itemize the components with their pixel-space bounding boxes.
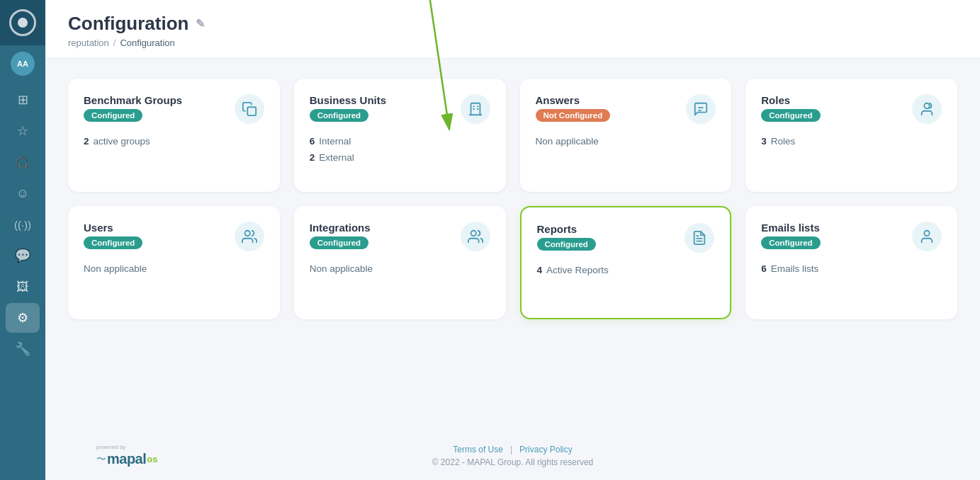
card-info: 4Active Reports [537,263,715,279]
svg-rect-2 [247,107,256,115]
page-footer: Terms of Use | Privacy Policy © 2022 - M… [45,432,980,480]
sidebar-item-wifi[interactable]: ((·)) [6,210,40,239]
cards-grid: Benchmark Groups Configured 2active grou… [68,79,957,319]
sidebar-item-chat[interactable]: 💬 [6,241,40,270]
chat-icon: 💬 [15,248,30,263]
card-reports[interactable]: Reports Configured 4Active Reports [520,206,732,319]
svg-point-7 [471,231,475,236]
status-badge: Configured [761,109,820,122]
card-icon [461,94,490,124]
card-icon [235,222,264,251]
mapal-brand: mapal [107,451,146,467]
svg-point-5 [924,103,929,108]
card-title: Business Units [310,94,386,106]
wifi-icon: ((·)) [14,219,31,231]
card-users[interactable]: Users Configured Non applicable [68,206,280,319]
card-emails-lists[interactable]: Emails lists Configured 6Emails lists [745,206,957,319]
page-title: Configuration [68,13,188,35]
breadcrumb: reputation / Configuration [68,38,957,48]
card-roles[interactable]: Roles Configured 3Roles [745,79,957,192]
status-badge: Configured [84,236,142,249]
card-integrations[interactable]: Integrations Configured Non applicable [294,206,506,319]
card-info: 3Roles [761,134,942,150]
status-badge: Configured [310,109,368,122]
card-answers[interactable]: Answers Not Configured Non applicable [520,79,732,192]
card-header: Integrations Configured [310,222,490,251]
card-info: 2active groups [84,134,264,150]
edit-icon[interactable]: ✎ [196,17,205,30]
avatar-initials: AA [11,52,35,76]
terms-link[interactable]: Terms of Use [453,445,503,455]
card-icon [686,94,716,124]
svg-point-6 [244,231,249,236]
card-icon [912,222,942,251]
card-title: Integrations [310,222,371,234]
page-header: Configuration ✎ reputation / Configurati… [45,0,980,59]
mapal-os: os [147,454,157,464]
app-logo[interactable] [0,0,45,45]
card-title: Benchmark Groups [84,94,182,106]
card-info: 6Internal 2External [310,134,490,166]
page-title-row: Configuration ✎ [68,13,957,35]
star-icon: ☆ [17,123,28,139]
status-badge: Configured [537,238,596,251]
card-icon [685,223,714,253]
card-title: Emails lists [761,222,820,234]
card-header: Business Units Configured [310,94,490,124]
mapal-logo: powered by 〜 mapal os [96,444,157,467]
svg-point-11 [924,231,929,236]
sidebar-item-tools[interactable]: 🔧 [6,334,40,364]
card-title: Answers [536,94,611,106]
status-badge: Configured [310,236,368,249]
powered-by-text: powered by [96,444,157,450]
card-header: Benchmark Groups Configured [84,94,264,124]
card-title: Reports [537,223,596,235]
cards-area: Benchmark Groups Configured 2active grou… [45,59,980,339]
card-info: Non applicable [310,261,490,278]
copyright-text: © 2022 - MAPAL Group. All rights reserve… [58,457,967,467]
card-header: Roles Configured [761,94,942,124]
sidebar-item-image[interactable]: 🖼 [6,272,40,302]
breadcrumb-parent[interactable]: reputation [68,38,109,48]
card-benchmark-groups[interactable]: Benchmark Groups Configured 2active grou… [68,79,280,192]
status-badge: Not Configured [536,109,611,122]
breadcrumb-current: Configuration [120,38,174,48]
card-header: Emails lists Configured [761,222,942,251]
status-badge: Configured [761,236,820,249]
card-icon [461,222,490,251]
headset-icon: 🎧 [16,156,30,169]
dashboard-icon: ⊞ [18,92,28,108]
sidebar-item-settings[interactable]: ⚙ [6,303,40,333]
sidebar-item-headset[interactable]: 🎧 [6,147,40,177]
sidebar: AA ⊞ ☆ 🎧 ☺ ((·)) 💬 🖼 ⚙ 🔧 [0,0,45,480]
card-business-units[interactable]: Business Units Configured 6Internal 2Ext… [294,79,506,192]
sidebar-item-smile[interactable]: ☺ [6,178,40,208]
card-icon [912,94,942,124]
status-badge: Configured [84,109,142,122]
image-icon: 🖼 [16,280,29,295]
privacy-link[interactable]: Privacy Policy [519,445,573,455]
card-info: 6Emails lists [761,261,942,278]
card-header: Reports Configured [537,223,715,253]
footer-separator: | [510,445,512,455]
breadcrumb-separator: / [113,38,116,48]
sidebar-item-star[interactable]: ☆ [6,116,40,146]
smile-icon: ☺ [16,186,29,201]
tools-icon: 🔧 [15,341,30,357]
card-title: Roles [761,94,820,106]
sidebar-nav: ⊞ ☆ 🎧 ☺ ((·)) 💬 🖼 ⚙ 🔧 [0,85,45,364]
card-header: Users Configured [84,222,264,251]
settings-icon: ⚙ [17,310,28,326]
main-content: Configuration ✎ reputation / Configurati… [45,0,980,480]
sidebar-item-dashboard[interactable]: ⊞ [6,85,40,115]
card-icon [235,94,264,124]
card-header: Answers Not Configured [536,94,716,124]
card-info: Non applicable [536,134,716,150]
card-info: Non applicable [84,261,264,278]
card-title: Users [84,222,142,234]
user-avatar[interactable]: AA [0,48,45,79]
